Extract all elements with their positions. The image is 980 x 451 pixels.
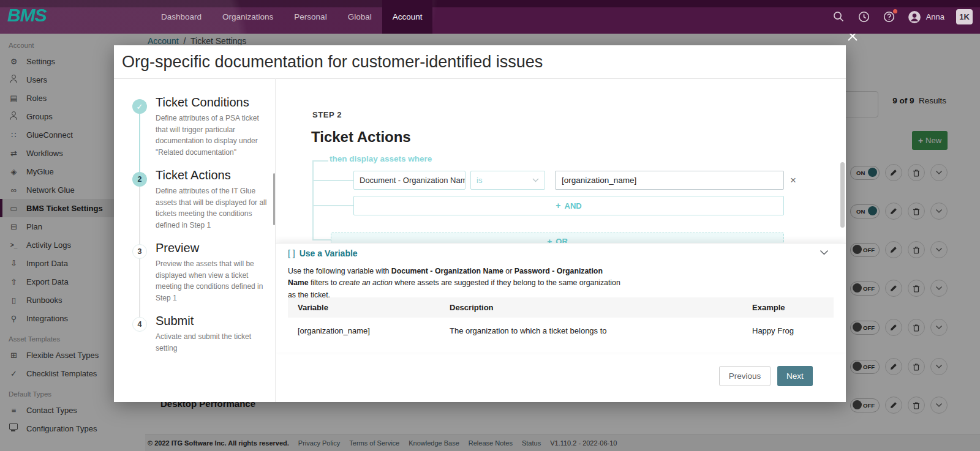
step-label: STEP 2 [312,110,342,119]
user-name: Anna [926,12,944,21]
description-cell: The organization to which a ticket belon… [450,326,752,335]
variable-table-row: [organization_name] The organization to … [288,318,834,343]
next-button[interactable]: Next [777,366,813,386]
chevron-down-icon [532,178,539,182]
tree-line [312,160,328,162]
step-3-marker[interactable]: 3 [132,244,147,259]
user-menu[interactable]: Anna [908,10,944,24]
remove-condition-icon[interactable]: × [790,175,796,185]
condition-field-value: Document - Organization Name [360,176,466,185]
step-connector [139,114,140,172]
add-and-condition-button[interactable]: + AND [353,196,784,215]
use-a-variable-panel: [ ] Use a Variable Use the following var… [276,243,846,352]
plus-icon: + [556,201,560,211]
variable-table: Variable Description Example [organizati… [288,297,834,343]
nav-item-account[interactable]: Account [382,0,433,34]
nav-item-organizations[interactable]: Organizations [212,0,284,34]
variable-help-text: Use the following variable with Document… [288,266,624,301]
step-connector [139,259,140,317]
bms-logo[interactable]: BMS [7,5,47,26]
step-4-title[interactable]: Submit [156,314,194,328]
nav-item-global[interactable]: Global [337,0,382,34]
condition-operator-value: is [477,176,482,185]
condition-operator-select[interactable]: is [470,171,545,190]
step-3-title[interactable]: Preview [156,241,199,255]
notification-dot [893,9,897,13]
top-nav: BMS Dashboard Organizations Personal Glo… [0,0,980,34]
column-header-description: Description [450,303,752,312]
primary-nav: Dashboard Organizations Personal Global … [151,0,432,34]
tree-line [312,160,314,240]
variable-table-header: Variable Description Example [288,297,834,318]
brackets-icon: [ ] [288,248,295,258]
modal-title: Org-specific documentation for customer-… [114,45,846,78]
column-header-example: Example [752,303,834,312]
condition-intro-label: then display assets where [330,154,432,163]
app-root: BMS Dashboard Organizations Personal Glo… [0,0,980,451]
tree-line [312,180,353,181]
use-a-variable-title: Use a Variable [300,248,358,258]
column-header-variable: Variable [288,303,450,312]
and-button-label: AND [565,201,582,211]
step-connector [139,187,140,244]
example-cell: Happy Frog [752,326,834,335]
variable-cell: [organization_name] [288,326,450,335]
avatar [908,10,921,24]
kaseya-brand-badge[interactable]: 1K [956,9,973,24]
tree-line [312,239,331,240]
step-1-marker[interactable]: ✓ [132,99,147,114]
search-icon[interactable] [832,10,846,24]
nav-item-dashboard[interactable]: Dashboard [151,0,212,34]
nav-item-personal[interactable]: Personal [284,0,337,34]
nav-utilities: Anna 1K [832,0,973,34]
steps-scrollbar-thumb[interactable] [273,173,275,225]
step-2-title[interactable]: Ticket Actions [156,168,231,182]
step-4-marker[interactable]: 4 [132,317,147,332]
step-1-title[interactable]: Ticket Conditions [156,95,249,110]
use-a-variable-toggle[interactable]: [ ] Use a Variable [288,248,358,258]
tree-line [312,205,353,206]
modal-header: Org-specific documentation for customer-… [114,45,846,79]
step-3-description: Preview the assets that will be displaye… [156,258,268,304]
condition-field-select[interactable]: Document - Organization Name [353,171,466,190]
collapse-chevron-icon[interactable] [820,250,829,255]
step-4-description: Activate and submit the ticket setting [156,331,268,354]
modal-scrollbar-thumb[interactable] [840,162,845,228]
step-2-marker[interactable]: 2 [132,172,147,187]
previous-button[interactable]: Previous [719,366,771,386]
step-2-description: Define attributes of the IT Glue assets … [156,185,268,231]
history-clock-icon[interactable] [858,10,871,24]
step-content-title: Ticket Actions [311,129,411,146]
ticket-setting-wizard-modal: Org-specific documentation for customer-… [114,45,846,402]
step-1-description: Define attributes of a PSA ticket that w… [156,113,268,158]
wizard-step-content: STEP 2 Ticket Actions then display asset… [276,78,846,402]
wizard-steps: ✓ Ticket Conditions Define attributes of… [114,78,276,402]
help-icon[interactable] [883,10,896,24]
condition-value-input[interactable] [555,171,784,190]
